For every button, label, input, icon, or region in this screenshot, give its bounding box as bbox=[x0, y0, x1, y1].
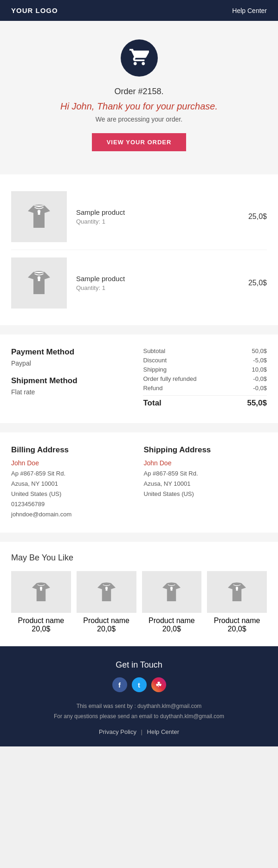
billing-phone: 0123456789 bbox=[11, 499, 135, 509]
billing-line1: Ap #867-859 Sit Rd. bbox=[11, 469, 135, 479]
product-name: Sample product bbox=[76, 208, 248, 216]
recommendations-title: May Be You Like bbox=[11, 553, 267, 563]
help-center-link[interactable]: Help Center bbox=[232, 7, 267, 14]
discount-label: Discount bbox=[143, 357, 167, 364]
rec-product-price: 20,0$ bbox=[207, 625, 267, 633]
total-label: Total bbox=[143, 399, 161, 408]
cart-icon bbox=[129, 47, 149, 69]
shipping-line1: Ap #867-859 Sit Rd. bbox=[144, 469, 267, 479]
payment-shipment-info: Payment Method Paypal Shipment Method Fl… bbox=[11, 347, 134, 410]
rec-product-name: Product name bbox=[207, 617, 267, 625]
product-image bbox=[11, 257, 67, 309]
shipping-address-title: Shipping Address bbox=[144, 445, 267, 455]
billing-name: John Doe bbox=[11, 459, 135, 467]
privacy-policy-link[interactable]: Privacy Policy bbox=[99, 728, 136, 735]
billing-line3: United States (US) bbox=[11, 489, 135, 499]
rec-product-price: 20,0$ bbox=[77, 625, 136, 633]
view-order-button[interactable]: VIEW YOUR ORDER bbox=[92, 133, 187, 151]
shipping-row: Shipping 10,0$ bbox=[143, 366, 267, 373]
shipping-label: Shipping bbox=[143, 366, 167, 373]
facebook-icon[interactable]: f bbox=[112, 677, 127, 692]
shipment-method-value: Flat rate bbox=[11, 388, 134, 396]
refund-label: Refund bbox=[143, 385, 162, 392]
footer-title: Get in Touch bbox=[9, 660, 269, 670]
total-value: 55,0$ bbox=[247, 399, 267, 408]
hero-section: Order #2158. Hi John, Thank you for your… bbox=[0, 21, 278, 165]
subtotal-row: Subtotal 50,0$ bbox=[143, 347, 267, 354]
social-icons: f t ☘ bbox=[9, 677, 269, 692]
shipping-line2: Azusa, NY 10001 bbox=[144, 479, 267, 489]
rec-product-price: 20,0$ bbox=[142, 625, 202, 633]
order-number: Order #2158. bbox=[14, 87, 264, 96]
total-row: Total 55,0$ bbox=[143, 395, 267, 408]
rec-product-name: Product name bbox=[77, 617, 136, 625]
instagram-icon[interactable]: ☘ bbox=[151, 677, 166, 692]
header: YOUR LOGO Help Center bbox=[0, 0, 278, 21]
refunded-row: Order fully refunded -0,0$ bbox=[143, 375, 267, 382]
payment-method-title: Payment Method bbox=[11, 347, 134, 357]
rec-product-image bbox=[207, 571, 267, 613]
rec-product-name: Product name bbox=[142, 617, 202, 625]
discount-value: -5,0$ bbox=[253, 357, 267, 364]
product-price: 25,0$ bbox=[248, 279, 267, 287]
shipping-line3: United States (US) bbox=[144, 489, 267, 499]
footer-sent-by: This email was sent by : duythanh.klm@gm… bbox=[9, 701, 269, 721]
product-info: Sample product Quantity: 1 bbox=[76, 208, 248, 225]
refund-row: Refund -0,0$ bbox=[143, 385, 267, 392]
shipping-name: John Doe bbox=[144, 459, 267, 467]
order-totals: Subtotal 50,0$ Discount -5,0$ Shipping 1… bbox=[143, 347, 267, 410]
shipping-address-block: Shipping Address John Doe Ap #867-859 Si… bbox=[144, 445, 267, 520]
billing-address-block: Billing Address John Doe Ap #867-859 Sit… bbox=[11, 445, 135, 520]
list-item[interactable]: Product name 20,0$ bbox=[207, 571, 267, 633]
rec-product-image bbox=[11, 571, 71, 613]
product-quantity: Quantity: 1 bbox=[76, 284, 248, 291]
main-content: Order #2158. Hi John, Thank you for your… bbox=[0, 21, 278, 646]
billing-email: johndoe@domain.com bbox=[11, 509, 135, 520]
product-row: Sample product Quantity: 1 25,0$ bbox=[11, 184, 267, 250]
shipment-method-title: Shipment Method bbox=[11, 376, 134, 386]
product-price: 25,0$ bbox=[248, 212, 267, 221]
thank-you-message: Hi John, Thank you for your purchase. bbox=[14, 101, 264, 112]
recommendations-grid: Product name 20,0$ Product name 20,0$ bbox=[11, 571, 267, 633]
list-item[interactable]: Product name 20,0$ bbox=[142, 571, 202, 633]
products-section: Sample product Quantity: 1 25,0$ Sample … bbox=[0, 174, 278, 325]
addresses-section: Billing Address John Doe Ap #867-859 Sit… bbox=[0, 432, 278, 533]
list-item[interactable]: Product name 20,0$ bbox=[77, 571, 136, 633]
processing-message: We are processing your order. bbox=[14, 116, 264, 123]
shipping-value: 10,0$ bbox=[252, 366, 267, 373]
discount-row: Discount -5,0$ bbox=[143, 357, 267, 364]
summary-section: Payment Method Paypal Shipment Method Fl… bbox=[0, 334, 278, 423]
cart-icon-circle bbox=[121, 39, 158, 77]
recommendations-section: May Be You Like Product name 20,0$ bbox=[0, 542, 278, 646]
billing-line2: Azusa, NY 10001 bbox=[11, 479, 135, 489]
logo: YOUR LOGO bbox=[11, 6, 58, 14]
product-info: Sample product Quantity: 1 bbox=[76, 275, 248, 291]
subtotal-value: 50,0$ bbox=[252, 347, 267, 354]
product-row: Sample product Quantity: 1 25,0$ bbox=[11, 250, 267, 316]
footer-links: Privacy Policy | Help Center bbox=[9, 728, 269, 735]
help-center-footer-link[interactable]: Help Center bbox=[147, 728, 179, 735]
product-image bbox=[11, 191, 67, 242]
list-item[interactable]: Product name 20,0$ bbox=[11, 571, 71, 633]
subtotal-label: Subtotal bbox=[143, 347, 165, 354]
rec-product-price: 20,0$ bbox=[11, 625, 71, 633]
rec-product-name: Product name bbox=[11, 617, 71, 625]
refund-value: -0,0$ bbox=[253, 385, 267, 392]
rec-product-image bbox=[77, 571, 136, 613]
payment-method-value: Paypal bbox=[11, 360, 134, 367]
footer: Get in Touch f t ☘ This email was sent b… bbox=[0, 646, 278, 746]
rec-product-image bbox=[142, 571, 202, 613]
footer-divider: | bbox=[141, 728, 142, 735]
billing-address-title: Billing Address bbox=[11, 445, 135, 455]
refunded-value: -0,0$ bbox=[253, 375, 267, 382]
product-name: Sample product bbox=[76, 275, 248, 283]
product-quantity: Quantity: 1 bbox=[76, 218, 248, 225]
refunded-label: Order fully refunded bbox=[143, 375, 196, 382]
twitter-icon[interactable]: t bbox=[132, 677, 147, 692]
